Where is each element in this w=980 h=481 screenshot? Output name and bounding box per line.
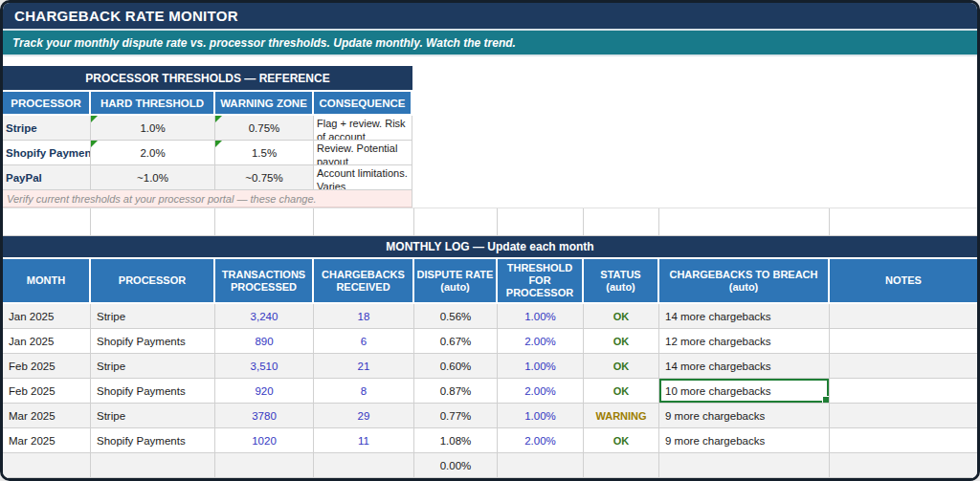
cell-warning-zone[interactable]: 1.5%: [215, 141, 314, 165]
thresholds-table-title[interactable]: PROCESSOR THRESHOLDS — REFERENCE: [3, 66, 412, 90]
cell-transactions[interactable]: 1020: [215, 428, 314, 453]
thresholds-col-consequence[interactable]: CONSEQUENCE: [314, 92, 412, 116]
cell-transactions[interactable]: 3780: [215, 404, 314, 428]
cell-hard-threshold[interactable]: 1.0%: [91, 116, 215, 141]
cell-processor[interactable]: Shopify Payments: [3, 141, 91, 165]
cell-notes[interactable]: [830, 304, 977, 329]
cell-warning-zone[interactable]: 0.75%: [215, 116, 314, 141]
cell-threshold[interactable]: 2.00%: [498, 428, 584, 453]
cell-dispute-rate[interactable]: 0.67%: [414, 329, 498, 354]
cell-notes[interactable]: [830, 404, 977, 428]
selected-cell-to-breach[interactable]: 10 more chargebacks: [659, 379, 830, 404]
cell-to-breach[interactable]: 14 more chargebacks: [659, 354, 830, 379]
cell-processor[interactable]: PayPal: [3, 165, 91, 190]
log-col-month[interactable]: MONTH: [3, 257, 91, 304]
cell-chargebacks[interactable]: 18: [314, 304, 414, 329]
log-col-notes[interactable]: NOTES: [830, 257, 977, 304]
cell-consequence[interactable]: Flag + review. Risk of account: [314, 116, 412, 141]
cell-processor[interactable]: Shopify Payments: [91, 379, 215, 404]
cell-status[interactable]: WARNING: [584, 404, 659, 428]
cell-chargebacks[interactable]: 8: [314, 379, 414, 404]
cell-processor[interactable]: [91, 453, 215, 478]
log-col-to-breach[interactable]: CHARGEBACKS TO BREACH (auto): [659, 257, 830, 304]
cell-processor[interactable]: Shopify Payments: [91, 329, 215, 354]
cell-threshold[interactable]: 1.00%: [498, 304, 584, 329]
cell-processor[interactable]: Shopify Payments: [91, 428, 215, 453]
cell-dispute-rate[interactable]: 1.08%: [414, 428, 498, 453]
cell-chargebacks[interactable]: [314, 453, 414, 478]
cell-consequence[interactable]: Review. Potential payout: [314, 141, 412, 165]
cell-dispute-rate[interactable]: 0.77%: [414, 404, 498, 428]
cell-notes[interactable]: [830, 428, 977, 453]
cell-to-breach[interactable]: 9 more chargebacks: [659, 428, 830, 453]
cell-month[interactable]: Mar 2025: [3, 428, 91, 453]
cell-dispute-rate[interactable]: 0.87%: [414, 379, 498, 404]
cell-month[interactable]: Feb 2025: [3, 354, 91, 379]
cell-notes[interactable]: [830, 453, 977, 478]
cell-transactions[interactable]: 920: [215, 379, 314, 404]
empty-cell[interactable]: [830, 208, 977, 236]
cell-processor[interactable]: Stripe: [91, 354, 215, 379]
cell-threshold[interactable]: 2.00%: [498, 379, 584, 404]
cell-month[interactable]: [3, 453, 91, 478]
monthly-log-title[interactable]: MONTHLY LOG — Update each month: [3, 236, 977, 257]
cell-threshold[interactable]: 2.00%: [498, 329, 584, 354]
cell-notes[interactable]: [830, 354, 977, 379]
cell-processor[interactable]: Stripe: [91, 404, 215, 428]
log-col-status[interactable]: STATUS (auto): [584, 257, 659, 304]
cell-status[interactable]: OK: [584, 304, 659, 329]
cell-chargebacks[interactable]: 11: [314, 428, 414, 453]
cell-processor[interactable]: Stripe: [91, 304, 215, 329]
log-col-transactions[interactable]: TRANSACTIONS PROCESSED: [215, 257, 314, 304]
empty-cell[interactable]: [91, 208, 215, 236]
cell-transactions[interactable]: 890: [215, 329, 314, 354]
cell-month[interactable]: Jan 2025: [3, 329, 91, 354]
cell-threshold[interactable]: 1.00%: [498, 404, 584, 428]
cell-status[interactable]: [584, 453, 659, 478]
log-col-chargebacks[interactable]: CHARGEBACKS RECEIVED: [314, 257, 414, 304]
log-col-processor[interactable]: PROCESSOR: [91, 257, 215, 304]
thresholds-col-hard[interactable]: HARD THRESHOLD: [91, 92, 215, 116]
cell-warning-zone[interactable]: ~0.75%: [215, 165, 314, 190]
cell-to-breach[interactable]: 9 more chargebacks: [659, 404, 830, 428]
log-col-threshold[interactable]: THRESHOLD FOR PROCESSOR: [498, 257, 584, 304]
thresholds-col-processor[interactable]: PROCESSOR: [3, 92, 91, 116]
cell-status[interactable]: OK: [584, 428, 659, 453]
cell-month[interactable]: Feb 2025: [3, 379, 91, 404]
cell-transactions[interactable]: 3,510: [215, 354, 314, 379]
empty-cell[interactable]: [498, 208, 584, 236]
cell-transactions[interactable]: [215, 453, 314, 478]
cell-chargebacks[interactable]: 6: [314, 329, 414, 354]
empty-cell[interactable]: [584, 208, 659, 236]
cell-notes[interactable]: [830, 329, 977, 354]
cell-month[interactable]: Mar 2025: [3, 404, 91, 428]
thresholds-col-warning[interactable]: WARNING ZONE: [215, 92, 314, 116]
cell-hard-threshold[interactable]: ~1.0%: [91, 165, 215, 190]
cell-status[interactable]: OK: [584, 354, 659, 379]
cell-threshold[interactable]: [498, 453, 584, 478]
empty-cell[interactable]: [659, 208, 830, 236]
cell-dispute-rate[interactable]: 0.56%: [414, 304, 498, 329]
empty-cell[interactable]: [314, 208, 414, 236]
thresholds-footnote[interactable]: Verify current thresholds at your proces…: [3, 190, 412, 208]
cell-month[interactable]: Jan 2025: [3, 304, 91, 329]
cell-dispute-rate[interactable]: 0.60%: [414, 354, 498, 379]
cell-consequence[interactable]: Account limitations. Varies: [314, 165, 412, 190]
cell-chargebacks[interactable]: 29: [314, 404, 414, 428]
cell-to-breach[interactable]: 12 more chargebacks: [659, 329, 830, 354]
cell-dispute-rate[interactable]: 0.00%: [414, 453, 498, 478]
log-col-dispute-rate[interactable]: DISPUTE RATE (auto): [414, 257, 498, 304]
cell-processor[interactable]: Stripe: [3, 116, 91, 141]
cell-status[interactable]: OK: [584, 379, 659, 404]
cell-to-breach[interactable]: 14 more chargebacks: [659, 304, 830, 329]
empty-cell[interactable]: [215, 208, 314, 236]
cell-to-breach[interactable]: [659, 453, 830, 478]
empty-cell[interactable]: [3, 208, 91, 236]
cell-status[interactable]: OK: [584, 329, 659, 354]
cell-transactions[interactable]: 3,240: [215, 304, 314, 329]
cell-hard-threshold[interactable]: 2.0%: [91, 141, 215, 165]
empty-cell[interactable]: [414, 208, 498, 236]
cell-chargebacks[interactable]: 21: [314, 354, 414, 379]
selection-fill-handle[interactable]: [822, 396, 830, 404]
cell-threshold[interactable]: 1.00%: [498, 354, 584, 379]
